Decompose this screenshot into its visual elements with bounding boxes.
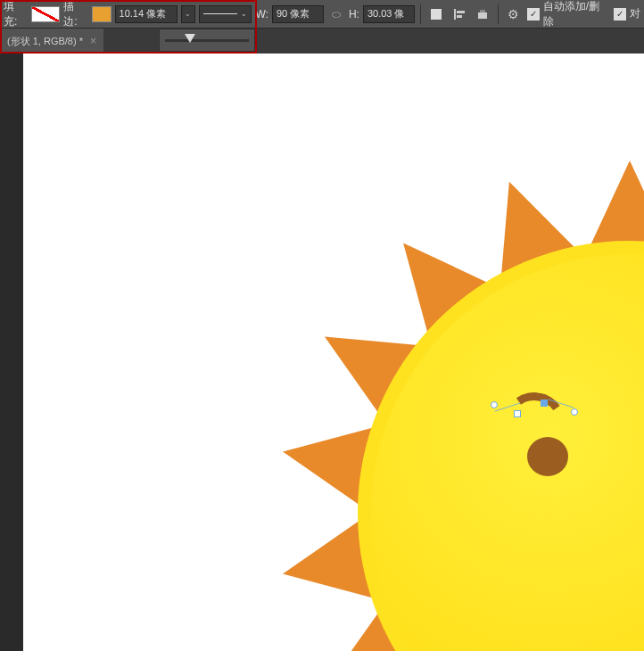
- options-toolbar: 填充: 描边: ⌄ ⌄ W: ⬭ H: ⚙ ✓ 自动添加/删除 ✓ 对: [0, 0, 644, 29]
- width-input[interactable]: [272, 5, 324, 23]
- sun-eyebrow-shape[interactable]: [503, 392, 566, 419]
- divider: [420, 4, 421, 24]
- slider-track[interactable]: [165, 39, 249, 42]
- bezier-handle[interactable]: [491, 401, 498, 408]
- slider-thumb[interactable]: [185, 34, 195, 43]
- auto-add-delete-checkbox[interactable]: ✓: [527, 8, 540, 21]
- sun-illustration: [318, 201, 644, 651]
- width-label: W:: [255, 8, 268, 21]
- align-edges-checkbox[interactable]: ✓: [614, 8, 626, 21]
- chevron-down-icon: ⌄: [185, 10, 191, 18]
- stroke-width-dropdown[interactable]: ⌄: [181, 5, 195, 23]
- link-dims-icon[interactable]: ⬭: [327, 5, 345, 23]
- sun-ray: [590, 161, 644, 245]
- stroke-width-input[interactable]: [115, 5, 178, 23]
- height-label: H:: [349, 8, 359, 21]
- svg-rect-3: [457, 15, 462, 18]
- close-icon[interactable]: ×: [90, 35, 96, 47]
- document-tab-bar: (形状 1, RGB/8) * ×: [0, 29, 644, 54]
- stroke-swatch[interactable]: [92, 6, 111, 22]
- svg-rect-1: [454, 9, 456, 20]
- anchor-point-selected[interactable]: [541, 400, 548, 407]
- svg-rect-5: [480, 10, 485, 12]
- svg-rect-4: [478, 12, 487, 19]
- align-edges-label: 对: [630, 6, 640, 21]
- document-tab[interactable]: (形状 1, RGB/8) * ×: [0, 29, 103, 54]
- divider: [498, 4, 499, 24]
- stroke-label: 描边:: [63, 0, 87, 29]
- fill-label: 填充:: [4, 0, 28, 29]
- height-input[interactable]: [363, 5, 415, 23]
- document-tab-title: (形状 1, RGB/8) *: [7, 35, 83, 48]
- stroke-line-icon: [203, 13, 237, 14]
- stroke-style-picker[interactable]: ⌄: [199, 5, 252, 23]
- anchor-point[interactable]: [514, 410, 521, 417]
- fill-swatch[interactable]: [31, 6, 60, 22]
- align-left-icon[interactable]: [450, 4, 469, 24]
- arrange-icon[interactable]: [473, 4, 492, 24]
- gear-icon[interactable]: ⚙: [504, 4, 524, 24]
- path-combine-icon[interactable]: [426, 4, 446, 24]
- workspace: [0, 54, 644, 651]
- svg-rect-2: [457, 11, 465, 13]
- auto-add-delete-label: 自动添加/删除: [543, 0, 610, 29]
- stroke-width-slider-popup[interactable]: [159, 29, 255, 52]
- bezier-handle[interactable]: [571, 408, 578, 416]
- canvas[interactable]: [23, 54, 644, 651]
- svg-rect-0: [431, 9, 442, 20]
- chevron-down-icon: ⌄: [241, 10, 247, 18]
